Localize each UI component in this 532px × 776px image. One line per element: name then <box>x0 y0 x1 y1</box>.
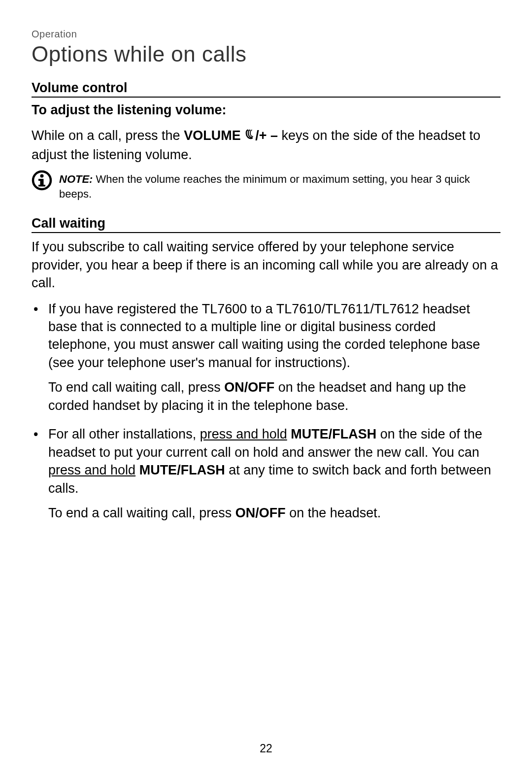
callwaiting-bullets: If you have registered the TL7600 to a T… <box>32 300 500 522</box>
volume-body-pre: While on a call, press the <box>32 128 184 143</box>
note-text: NOTE: When the volume reaches the minimu… <box>59 172 500 201</box>
note-block: NOTE: When the volume reaches the minimu… <box>32 172 500 201</box>
list-item: If you have registered the TL7600 to a T… <box>32 300 500 415</box>
volume-symbols: /+ – <box>255 128 278 143</box>
b2p2-off: /OFF <box>255 506 286 520</box>
b2p1-sp2 <box>135 463 139 477</box>
b2p1-ph1: press and hold <box>200 427 287 441</box>
note-body: When the volume reaches the minimum or m… <box>59 173 470 200</box>
bullet1-p2: To end call waiting call, press ON/OFF o… <box>48 378 500 414</box>
subheading-volume: To adjust the listening volume: <box>32 102 500 118</box>
section-heading-volume: Volume control <box>32 80 500 98</box>
b2p1-flash1: /FLASH <box>329 427 377 441</box>
volume-icon <box>244 128 255 146</box>
svg-rect-3 <box>38 179 41 181</box>
breadcrumb: Operation <box>32 29 500 40</box>
list-item: For all other installations, press and h… <box>32 425 500 522</box>
volume-body: While on a call, press the VOLUME /+ – k… <box>32 127 500 164</box>
bullet2-p2: To end a call waiting call, press ON/OFF… <box>48 504 500 522</box>
b2p1-mute2: MUTE <box>139 463 177 477</box>
b2p1-a: For all other installations, <box>48 427 200 441</box>
b1p2-on: ON <box>224 380 244 395</box>
page-title: Options while on calls <box>32 42 500 67</box>
b2p1-flash2: /FLASH <box>177 463 225 477</box>
b2p1-mute1: MUTE <box>291 427 329 441</box>
page-number: 22 <box>0 742 532 755</box>
b2p2-pre: To end a call waiting call, press <box>48 506 235 520</box>
svg-rect-4 <box>38 185 45 187</box>
bullet2-p1: For all other installations, press and h… <box>48 425 500 497</box>
note-label: NOTE: <box>59 173 93 185</box>
info-icon <box>32 170 52 191</box>
section-heading-callwaiting: Call waiting <box>32 216 500 233</box>
b2p2-on: ON <box>235 506 256 520</box>
callwaiting-intro: If you subscribe to call waiting service… <box>32 238 500 292</box>
b1p2-pre: To end call waiting call, press <box>48 380 224 395</box>
b2p1-ph2: press and hold <box>48 463 135 477</box>
volume-keyword: VOLUME <box>184 128 241 143</box>
b2p2-post: on the headset. <box>286 506 381 520</box>
b1p2-off: /OFF <box>244 380 275 395</box>
svg-point-1 <box>40 174 44 177</box>
bullet1-p1: If you have registered the TL7600 to a T… <box>48 300 500 372</box>
